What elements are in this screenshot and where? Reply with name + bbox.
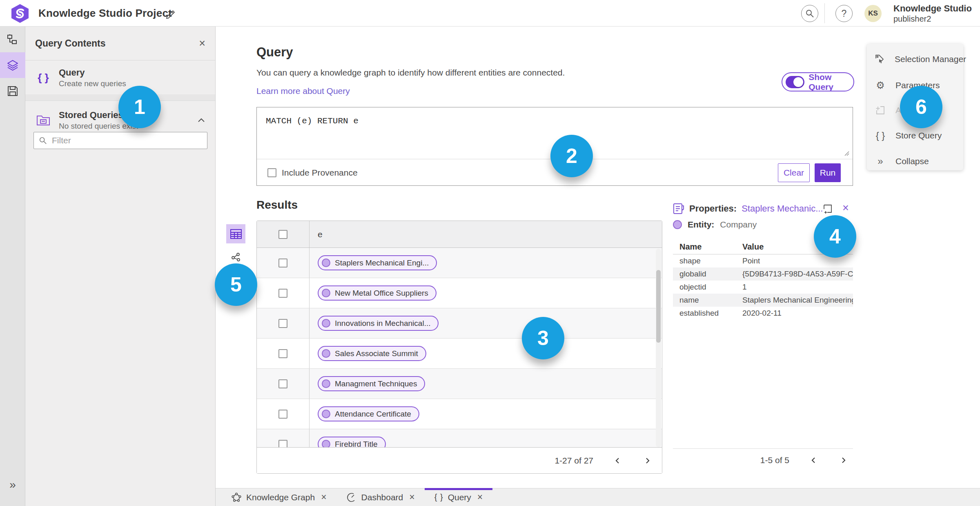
tab-query[interactable]: { } Query × (425, 488, 493, 506)
entity-type: Company (720, 220, 757, 230)
query-text[interactable]: MATCH (e) RETURN e (266, 116, 359, 126)
show-query-toggle[interactable]: Show Query (782, 72, 854, 91)
braces-icon: { } (434, 493, 443, 502)
learn-more-link[interactable]: Learn more about Query (256, 86, 350, 96)
close-tab-icon[interactable]: × (321, 492, 326, 503)
row-checkbox[interactable] (278, 379, 287, 388)
rail-item-contents[interactable] (0, 52, 25, 78)
row-checkbox[interactable] (278, 349, 287, 358)
chevron-right-icon (840, 457, 847, 464)
link-chart-view-button[interactable] (229, 250, 243, 265)
entity-chip-label: Attendance Certificate (335, 410, 411, 419)
table-row: Firebird Title (257, 429, 662, 448)
user-block[interactable]: Knowledge Studio publisher2 (893, 3, 972, 24)
entity-chip[interactable]: Firebird Title (318, 437, 386, 448)
next-page-button[interactable] (837, 454, 850, 466)
properties-label: Properties: (689, 203, 737, 214)
app-logo-icon[interactable] (11, 4, 29, 23)
search-button[interactable] (801, 5, 818, 22)
rail-item-data-model[interactable] (0, 27, 25, 52)
pagination-text: 1-5 of 5 (760, 455, 789, 465)
table-row: Staplers Mechanical Engi... (257, 248, 662, 278)
expand-rail-button[interactable]: » (0, 479, 25, 490)
braces-icon: { } (874, 130, 886, 141)
previous-page-button[interactable] (611, 455, 624, 467)
tab-label: Dashboard (361, 493, 403, 502)
entity-chip[interactable]: Attendance Certificate (318, 406, 419, 421)
entity-chip-label: Sales Associate Summit (335, 349, 418, 358)
row-checkbox[interactable] (278, 440, 287, 448)
entity-row: Entity: Company (673, 220, 757, 230)
property-value: {5D9B4713-F98D-4A53-A59F-C11... (742, 270, 853, 279)
entity-chip-label: Innovations in Mechanical... (335, 319, 430, 328)
menu-item-store-query[interactable]: { } Store Query (867, 126, 963, 145)
property-row: globalid {5D9B4713-F98D-4A53-A59F-C11... (673, 267, 853, 281)
annotation-circle-4: 4 (814, 215, 856, 258)
annotation-circle-1: 1 (118, 86, 161, 128)
entity-chip[interactable]: Staplers Mechanical Engi... (318, 255, 437, 270)
entity-chip-label: Staplers Mechanical Engi... (335, 259, 429, 267)
row-checkbox[interactable] (278, 319, 287, 328)
vertical-scrollbar[interactable] (656, 249, 661, 447)
toggle-label: Show Query (808, 72, 849, 92)
entity-chip[interactable]: Managment Techniques (318, 376, 425, 391)
tab-knowledge-graph[interactable]: Knowledge Graph × (221, 488, 336, 506)
add-to-link-chart-button[interactable] (822, 203, 834, 215)
select-all-checkbox[interactable] (278, 230, 287, 239)
close-tab-icon[interactable]: × (477, 492, 483, 503)
edit-title-pencil-icon[interactable] (163, 7, 177, 20)
table-row: Attendance Certificate (257, 399, 662, 429)
property-row: objectid 1 (673, 281, 853, 294)
entity-chip[interactable]: Sales Associate Summit (318, 346, 426, 361)
query-contents-item-query[interactable]: { } Query Create new queries (25, 61, 215, 95)
row-checkbox[interactable] (278, 289, 287, 298)
properties-table: shape Point globalid {5D9B4713-F98D-4A53… (673, 254, 853, 320)
entity-chip[interactable]: New Metal Office Suppliers (318, 285, 437, 301)
org-chart-icon (6, 33, 19, 46)
rail-item-save[interactable] (0, 78, 25, 104)
entity-dot-icon (322, 410, 330, 418)
tab-dashboard[interactable]: Dashboard × (336, 488, 425, 506)
search-icon (39, 136, 47, 145)
row-checkbox[interactable] (278, 259, 287, 267)
collapse-chevrons-icon: » (874, 156, 886, 167)
pagination-text: 1-27 of 27 (555, 456, 593, 466)
toggle-switch-on (786, 76, 804, 88)
chevron-up-icon[interactable] (197, 117, 205, 123)
query-contents-title: Query Contents (35, 38, 199, 49)
filter-input[interactable] (52, 136, 202, 145)
run-button[interactable]: Run (815, 163, 841, 182)
chevron-right-icon (644, 457, 651, 464)
divider (673, 448, 853, 449)
close-tab-icon[interactable]: × (409, 492, 414, 503)
braces-icon: { } (35, 71, 51, 84)
menu-item-collapse[interactable]: » Collapse (867, 152, 963, 171)
property-value: 2020-02-11 (742, 309, 782, 318)
clear-button[interactable]: Clear (778, 163, 810, 182)
include-provenance-checkbox[interactable] (267, 168, 276, 177)
menu-item-selection-manager[interactable]: Selection Manager (867, 49, 963, 69)
properties-entity-link[interactable]: Staplers Mechanic... (742, 203, 823, 214)
property-value: Staplers Mechanical Engineering (742, 296, 853, 305)
close-icon[interactable]: × (199, 38, 205, 49)
table-icon (230, 228, 242, 240)
resize-handle-icon[interactable] (844, 150, 849, 156)
entity-chip[interactable]: Innovations in Mechanical... (318, 316, 439, 331)
item-title: Query (59, 67, 126, 78)
results-rows: Staplers Mechanical Engi... New Metal Of… (257, 248, 662, 448)
table-view-button[interactable] (226, 224, 245, 243)
avatar[interactable]: KS (864, 5, 882, 22)
tab-label: Query (448, 493, 471, 502)
property-name: shape (673, 256, 742, 265)
tab-label: Knowledge Graph (246, 493, 315, 502)
column-header-e[interactable]: e (310, 221, 662, 247)
scrollbar-thumb[interactable] (656, 270, 661, 343)
close-properties-icon[interactable]: × (840, 202, 852, 214)
entity-dot-icon (673, 220, 682, 229)
help-button[interactable]: ? (835, 5, 853, 22)
previous-page-button[interactable] (807, 454, 820, 466)
entity-label: Entity: (688, 220, 714, 230)
square-plus-icon (874, 105, 886, 116)
row-checkbox[interactable] (278, 410, 287, 419)
next-page-button[interactable] (641, 455, 654, 467)
